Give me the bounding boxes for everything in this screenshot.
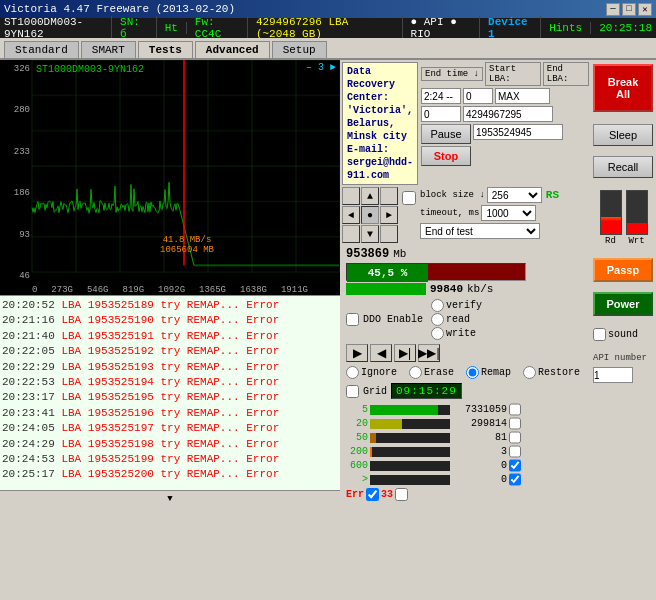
err-check2[interactable] [395, 488, 408, 501]
tab-advanced[interactable]: Advanced [195, 41, 270, 58]
log-entry: 20:22:05 LBA 1953525192 try REMAP... Err… [2, 344, 338, 359]
erase-radio[interactable] [409, 366, 422, 379]
right-buttons: Break All Sleep Recall [591, 60, 656, 600]
rs-check-3[interactable] [509, 445, 521, 458]
current-lba-input[interactable] [473, 124, 563, 140]
drive-label: ST1000DM003-9YN162 [4, 16, 112, 40]
arrow-dr[interactable] [380, 225, 398, 243]
next-button[interactable]: ▶| [394, 344, 416, 362]
hints-label[interactable]: Hints [549, 22, 591, 34]
wrt-vu-bar [626, 190, 648, 235]
recall-button[interactable]: Recall [593, 156, 653, 178]
timeout-row: timeout, ms 1000 2000 5000 [420, 205, 542, 221]
rs-check-5[interactable] [509, 473, 521, 486]
remap-radio[interactable] [466, 366, 479, 379]
rs-bar-1 [370, 419, 402, 429]
lba-label: 4294967296 LBA (~2048 GB) [256, 16, 403, 40]
arrow-ur[interactable] [380, 187, 398, 205]
speed-indicator: – 3 ► [306, 62, 336, 73]
rs-check-4[interactable] [509, 459, 521, 472]
log-text: LBA 1953525200 try REMAP... Error [61, 468, 279, 480]
verify-radio[interactable] [431, 299, 444, 312]
api-number-input[interactable] [593, 367, 633, 383]
arrow-down[interactable]: ▼ [361, 225, 379, 243]
x-label-0: 0 [32, 285, 37, 295]
start-lba-input[interactable] [463, 88, 493, 104]
prev-button[interactable]: ◀ [370, 344, 392, 362]
speed-bar [346, 283, 426, 295]
lba-end-value-input[interactable] [463, 106, 553, 122]
tab-tests[interactable]: Tests [138, 41, 193, 58]
rs-bar-container-3 [370, 447, 450, 457]
stop-button[interactable]: Stop [421, 146, 471, 166]
play-button[interactable]: ▶ [346, 344, 368, 362]
close-button[interactable]: ✕ [638, 3, 652, 16]
rs-check-1[interactable] [509, 417, 521, 430]
marker-mb: 1065604 MB [160, 245, 214, 255]
tab-setup[interactable]: Setup [272, 41, 327, 58]
arrow-up[interactable]: ▲ [361, 187, 379, 205]
end-test-select[interactable]: End of test Loop Power off [420, 223, 540, 239]
rs-count-3: 3 [452, 446, 507, 457]
progress-bar: 45,5 % [346, 263, 526, 281]
end-time-input[interactable] [421, 88, 461, 104]
arrow-ul[interactable] [342, 187, 360, 205]
rs-check-2[interactable] [509, 431, 521, 444]
grid-row: Grid 09:15:29 [342, 381, 589, 401]
speed-unit: kb/s [467, 283, 493, 295]
pause-button[interactable]: Pause [421, 124, 471, 144]
arrow-right[interactable]: ► [380, 206, 398, 224]
log-text: LBA 1953525190 try REMAP... Error [61, 314, 279, 326]
timeout-select[interactable]: 1000 2000 5000 [481, 205, 536, 221]
start-lba-label: Start LBA: [485, 62, 541, 86]
end-time-label: End time ↓ [421, 67, 483, 81]
tab-standard[interactable]: Standard [4, 41, 79, 58]
ddc-checkbox[interactable] [346, 313, 359, 326]
grid-label: Grid [363, 386, 387, 397]
maximize-button[interactable]: □ [622, 3, 636, 16]
graph-drive-label: ST1000DM003-9YN162 [36, 64, 144, 75]
end-lba-input[interactable] [495, 88, 550, 104]
rs-row: 50 81 [346, 431, 585, 444]
progress-mb-unit: Mb [393, 248, 406, 260]
progress-text: 45,5 % [347, 264, 428, 282]
rs-bar-container-2 [370, 433, 450, 443]
passp-button[interactable]: Passp [593, 258, 653, 282]
log-time: 20:22:29 [2, 361, 55, 373]
vu-meters: Rd Wrt [593, 190, 654, 246]
right-main: Data Recovery Center: 'Victoria', Belaru… [340, 60, 591, 600]
y-label-2: 280 [0, 105, 32, 115]
write-radio[interactable] [431, 327, 444, 340]
err-row: Err 33 [346, 488, 585, 501]
minimize-button[interactable]: ─ [606, 3, 620, 16]
sleep-button[interactable]: Sleep [593, 124, 653, 146]
arrow-dl[interactable] [342, 225, 360, 243]
ignore-radio[interactable] [346, 366, 359, 379]
log-text: LBA 1953525193 try REMAP... Error [61, 361, 279, 373]
block-size-select[interactable]: 256 512 1024 [487, 187, 542, 203]
err-checkbox[interactable] [366, 488, 379, 501]
rs-check-0[interactable] [509, 403, 521, 416]
arrow-center[interactable]: ● [361, 206, 379, 224]
extra-checkbox[interactable] [402, 191, 416, 205]
timeout-label: timeout, ms [420, 208, 479, 218]
read-radio[interactable] [431, 313, 444, 326]
sound-checkbox[interactable] [593, 328, 606, 341]
tab-smart[interactable]: SMART [81, 41, 136, 58]
lba-value2-input[interactable] [421, 106, 461, 122]
last-button[interactable]: ▶▶| [418, 344, 440, 362]
log-scrollbar-bottom[interactable]: ▼ [0, 490, 340, 506]
restore-radio[interactable] [523, 366, 536, 379]
rd-vu-bar [600, 190, 622, 235]
log-text: LBA 1953525198 try REMAP... Error [61, 438, 279, 450]
grid-checkbox[interactable] [346, 385, 359, 398]
rs-bar-0 [370, 405, 438, 415]
log-entry: 20:24:29 LBA 1953525198 try REMAP... Err… [2, 437, 338, 452]
erase-row: Erase [409, 366, 454, 379]
y-label-5: 93 [0, 230, 32, 240]
progress-mb-row: 953869 Mb [346, 247, 585, 261]
arrow-left[interactable]: ◄ [342, 206, 360, 224]
log-time: 20:21:40 [2, 330, 55, 342]
break-all-button[interactable]: Break All [593, 64, 653, 112]
power-button[interactable]: Power [593, 292, 653, 316]
